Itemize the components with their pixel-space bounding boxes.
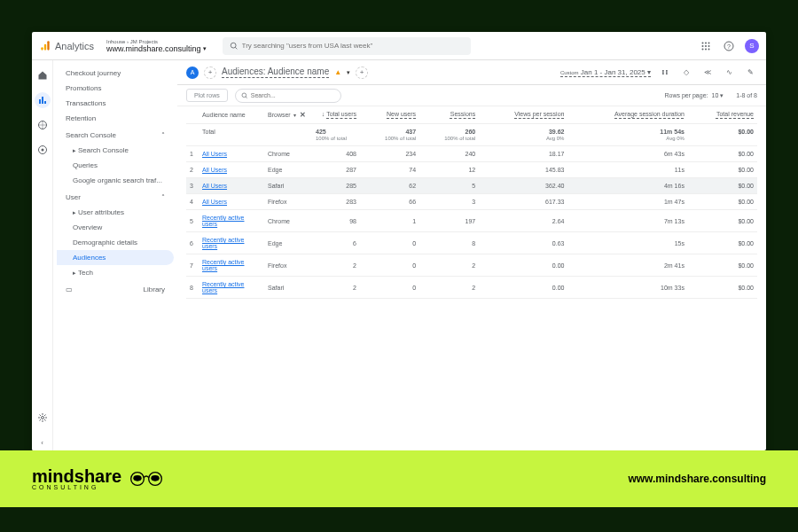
rows-per-page-label: Rows per page:: [664, 92, 708, 98]
chevron-up-icon: ˄: [161, 131, 165, 139]
table-row[interactable]: 5Recently active usersChrome9811972.647m…: [186, 210, 757, 232]
audience-chip[interactable]: A: [186, 66, 199, 79]
table-row[interactable]: 8Recently active usersSafari2020.0010m 3…: [186, 277, 757, 299]
product-name: Analytics: [55, 41, 94, 51]
rows-per-page-select[interactable]: 10 ▾: [712, 92, 724, 99]
edit-icon[interactable]: ✎: [743, 66, 757, 80]
dimension-name: Audience name: [202, 112, 246, 118]
sidebar-user-attributes[interactable]: User attributes: [57, 205, 174, 220]
analytics-app: Analytics Inhouse › JM Projects www.mind…: [32, 32, 766, 450]
date-range-selector[interactable]: Custom Jan 1 - Jan 31, 2025 ▾: [560, 68, 651, 77]
search-icon: [230, 42, 239, 51]
svg-point-6: [705, 42, 707, 43]
apps-icon[interactable]: [699, 39, 713, 53]
audience-link[interactable]: Recently active users: [202, 237, 244, 249]
explore-icon[interactable]: [35, 117, 51, 133]
insights-icon[interactable]: ◇: [679, 66, 693, 80]
global-search[interactable]: [223, 37, 471, 55]
table-search[interactable]: [235, 89, 341, 103]
chevron-up-icon: ˄: [161, 193, 165, 201]
help-icon[interactable]: ?: [722, 39, 736, 53]
svg-point-9: [705, 45, 707, 47]
audience-link[interactable]: All Users: [202, 167, 227, 173]
search-icon: [241, 92, 248, 99]
table-row[interactable]: 6Recently active usersEdge6080.6315s$0.0…: [186, 232, 757, 254]
col-sessions[interactable]: Sessions: [419, 106, 479, 124]
svg-point-12: [705, 48, 707, 50]
svg-point-21: [41, 149, 43, 152]
svg-line-24: [246, 97, 247, 98]
svg-point-11: [702, 48, 704, 50]
avatar[interactable]: S: [745, 39, 759, 53]
sidebar-search-console-group[interactable]: Search Console˄: [57, 126, 174, 143]
audience-link[interactable]: All Users: [202, 151, 227, 157]
remove-dimension-button[interactable]: ✕: [300, 111, 306, 119]
svg-point-7: [708, 42, 710, 43]
svg-rect-2: [47, 41, 49, 51]
home-icon[interactable]: [35, 67, 51, 83]
audience-link[interactable]: Recently active users: [202, 215, 244, 227]
table-row[interactable]: 7Recently active usersFirefox2020.002m 4…: [186, 254, 757, 277]
sidebar-retention[interactable]: Retention: [57, 111, 174, 126]
svg-text:?: ?: [727, 43, 731, 49]
compare-icon[interactable]: ⫿⫿: [658, 66, 672, 80]
sidebar-tech[interactable]: Tech: [57, 265, 174, 280]
table-row[interactable]: 4All UsersFirefox283663617.331m 47s$0.00: [186, 194, 757, 210]
add-comparison-button[interactable]: +: [204, 66, 216, 79]
secondary-dimension-select[interactable]: Browser: [268, 112, 296, 118]
app-header: Analytics Inhouse › JM Projects www.mind…: [32, 32, 766, 60]
table-row[interactable]: 1All UsersChrome40823424018.176m 43s$0.0…: [186, 146, 757, 162]
mindshare-logo: mindshare CONSULTING: [32, 468, 164, 490]
trend-icon[interactable]: ∿: [722, 66, 736, 80]
warning-icon[interactable]: ▲: [334, 68, 341, 76]
svg-point-8: [702, 45, 704, 47]
settings-icon[interactable]: [35, 410, 51, 426]
glasses-icon: [129, 469, 164, 489]
search-input[interactable]: [242, 42, 464, 50]
audience-link[interactable]: Recently active users: [202, 259, 244, 271]
svg-rect-17: [42, 97, 43, 104]
audience-link[interactable]: Recently active users: [202, 281, 244, 293]
ga-logo: Analytics: [39, 40, 94, 52]
svg-line-4: [235, 47, 237, 49]
svg-point-27: [133, 475, 141, 481]
sidebar-organic[interactable]: Google organic search traf...: [57, 173, 174, 188]
report-title: Audiences: Audience name: [222, 66, 329, 78]
sidebar-demographic[interactable]: Demographic details: [57, 235, 174, 250]
svg-rect-1: [44, 43, 46, 50]
sidebar-search-console[interactable]: Search Console: [57, 143, 174, 158]
sidebar-audiences[interactable]: Audiences: [57, 250, 174, 265]
col-asd[interactable]: Average session duration: [567, 106, 687, 124]
col-vps[interactable]: Views per session: [479, 106, 567, 124]
main-content: A + Audiences: Audience name ▲ ▾ + Custo…: [177, 60, 766, 450]
audience-link[interactable]: All Users: [202, 199, 227, 205]
table-search-input[interactable]: [251, 92, 322, 98]
share-icon[interactable]: ≪: [700, 66, 715, 80]
ads-icon[interactable]: [35, 142, 51, 158]
sidebar-transactions[interactable]: Transactions: [57, 96, 174, 111]
analytics-logo-icon: [39, 40, 51, 52]
total-label: Total: [199, 124, 312, 146]
col-total-users[interactable]: ↓ Total users: [312, 106, 360, 124]
sidebar-overview[interactable]: Overview: [57, 220, 174, 235]
add-secondary-button[interactable]: +: [356, 66, 368, 79]
col-new-users[interactable]: New users: [360, 106, 419, 124]
sidebar-checkout[interactable]: Checkout journey: [57, 66, 174, 81]
collapse-icon[interactable]: ‹: [35, 434, 51, 450]
sidebar-promotions[interactable]: Promotions: [57, 81, 174, 96]
property-selector[interactable]: Inhouse › JM Projects www.mindshare.cons…: [106, 39, 207, 53]
table-row[interactable]: 3All UsersSafari285625362.404m 16s$0.00: [186, 178, 757, 194]
audience-link[interactable]: All Users: [202, 183, 227, 189]
plot-rows-button[interactable]: Plot rows: [186, 89, 228, 102]
table-row[interactable]: 2All UsersEdge2877412145.8311s$0.00: [186, 162, 757, 178]
col-rev[interactable]: Total revenue: [688, 106, 757, 124]
reports-icon[interactable]: [35, 92, 51, 108]
svg-rect-16: [39, 99, 41, 104]
table-toolbar: Plot rows Rows per page: 10 ▾ 1-8 of 8: [177, 85, 766, 106]
svg-point-3: [231, 43, 236, 48]
sidebar-library[interactable]: ▭ Library: [57, 280, 174, 297]
sidebar-queries[interactable]: Queries: [57, 158, 174, 173]
brand-url: www.mindshare.consulting: [628, 473, 766, 485]
sidebar-user-group[interactable]: User˄: [57, 188, 174, 205]
svg-point-22: [41, 417, 43, 419]
